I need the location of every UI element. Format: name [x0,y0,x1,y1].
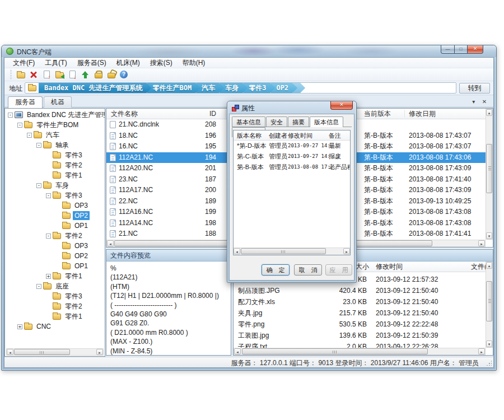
scroll-down-icon[interactable]: ▾ [486,340,492,347]
column-header-name[interactable]: 文件名称 [111,109,138,119]
tree-expander-icon[interactable]: - [36,284,41,289]
tree-expander-icon[interactable]: - [27,133,32,138]
dialog-close-button[interactable]: ✕ [330,101,353,110]
attachment-row[interactable]: 配刀文件.xls23.0 KB2013-09-12 21:50:40 [234,296,486,307]
tree-item-1[interactable]: -零件生产BOM [5,120,105,130]
tree-expander-icon[interactable]: + [17,324,22,329]
tab-machine[interactable]: 机器 [44,96,72,108]
file-list-v-scrollbar[interactable]: ▴▾ [486,109,493,240]
dialog-tab[interactable]: 版本信息 [310,116,343,127]
tab-server[interactable]: 服务器 [8,96,43,108]
lock-button[interactable] [92,69,104,80]
scroll-right-icon[interactable]: ▸ [343,248,350,254]
menu-item[interactable]: 机床(M) [111,58,145,68]
scroll-up-icon[interactable]: ▴ [486,109,492,116]
tree-item-6[interactable]: 零件1 [5,170,105,180]
column-header-file[interactable]: 文件(&F) [471,262,486,272]
tree-item-0[interactable]: -Bandex DNC 先进生产管理系统 [5,110,105,120]
scroll-thumb[interactable] [486,281,492,321]
tree-item-12[interactable]: -零件2 [5,231,105,241]
tree-expander-icon[interactable]: + [46,274,51,279]
column-header-remark[interactable]: 备注 [329,130,341,141]
scroll-left-icon[interactable]: ◂ [7,349,13,355]
scroll-left-icon[interactable]: ◂ [234,248,240,254]
panel-close-icon[interactable]: ✕ [480,99,489,105]
tree-item-18[interactable]: 零件3 [5,291,105,301]
attachments-v-scrollbar[interactable]: ▴▾ [486,262,493,348]
unlock-button[interactable] [105,69,117,80]
tree-item-21[interactable]: +CNC [5,321,105,332]
menu-item[interactable]: 搜索(S) [145,58,178,68]
send-folder-button[interactable] [53,69,66,80]
version-row[interactable]: 第-C-版本管理员2013-09-27 14:...报废 [234,151,350,162]
attachment-row[interactable]: 零件.png530.5 KB2013-09-12 22:22:48 [234,319,486,330]
new-folder-button[interactable] [15,69,27,80]
attachment-row[interactable]: 夹具.jpg215.7 KB2013-09-12 21:50:40 [234,307,486,319]
help-button[interactable]: ? [118,69,130,80]
column-header-modified[interactable]: 修改时间 [288,130,312,141]
scroll-right-icon[interactable]: ▸ [478,240,485,246]
tree-item-5[interactable]: 零件2 [5,160,105,170]
tree-item-15[interactable]: OP1 [5,261,105,271]
tree-expander-icon[interactable]: - [46,234,51,239]
attachment-row[interactable]: 制品顶图.JPG420.4 KB2013-09-12 21:50:40 [234,285,486,296]
tree-h-scrollbar[interactable]: ◂▸ [6,348,104,356]
attachments-h-scrollbar[interactable]: ◂▸ [234,348,486,355]
scroll-left-icon[interactable]: ◂ [234,348,241,354]
menu-item[interactable]: 服务器(S) [72,58,111,68]
tree-expander-icon[interactable]: - [17,123,22,128]
scroll-thumb[interactable] [241,248,326,254]
column-header-size[interactable]: 大小 [356,262,369,272]
resize-grip[interactable] [486,360,492,366]
column-header-id[interactable]: ID [190,109,216,119]
breadcrumb-segment[interactable]: Bandex DNC 先进生产管理系统 [39,83,151,93]
version-row[interactable]: 第-B-版本管理员2013-08-08 17:...老产品程序 [234,162,350,172]
column-header-time[interactable]: 修改时间 [376,262,403,272]
go-button[interactable]: 转到 [459,83,490,94]
title-bar[interactable] [2,45,496,57]
tree-item-14[interactable]: OP2 [5,251,105,261]
panel-dropdown-icon[interactable]: ▾ [469,99,478,105]
upload-button[interactable] [79,69,91,80]
tree-expander-icon[interactable]: - [36,143,41,148]
scroll-left-icon[interactable]: ◂ [107,240,114,246]
ok-button[interactable]: 确 定 [262,264,290,276]
delete-button[interactable] [27,69,40,80]
tree-item-4[interactable]: 零件3 [5,150,105,160]
tree-item-19[interactable]: 零件2 [5,301,105,311]
checkin-file-button[interactable] [40,69,53,80]
tree-item-11[interactable]: OP1 [5,221,105,231]
breadcrumb-segment[interactable]: 零件3 [243,83,275,93]
tree-item-9[interactable]: OP3 [5,200,105,211]
attachment-row[interactable]: 子程序.txt2.0 KB2013-09-12 22:26:28 [234,341,486,348]
scroll-thumb[interactable] [242,348,428,354]
tree-item-8[interactable]: -零件3 [5,190,105,200]
minimize-button[interactable]: — [441,45,455,54]
tree-item-2[interactable]: -汽车 [5,130,105,140]
close-button[interactable]: ✕ [468,45,483,54]
column-header-creator[interactable]: 创建者 [269,130,287,141]
menu-item[interactable]: 帮助(H) [178,58,211,68]
column-header-version-name[interactable]: 版本名称 [237,130,262,141]
attachment-row[interactable]: 工装图.jpg139.6 KB2013-09-12 21:50:39 [234,330,486,341]
tree-item-20[interactable]: 零件1 [5,311,105,321]
tree-expander-icon[interactable]: - [8,113,13,118]
tree-item-10[interactable]: OP2 [5,211,105,221]
scroll-down-icon[interactable]: ▾ [486,232,492,239]
column-header-date[interactable]: 修改日期 [409,109,436,119]
menu-item[interactable]: 文件(F) [8,58,40,68]
tree-item-7[interactable]: -车身 [5,180,105,190]
dialog-tab[interactable]: 摘要 [288,116,309,127]
scroll-thumb[interactable] [486,144,492,193]
apply-button[interactable]: 应 用 [325,264,352,276]
scroll-up-icon[interactable]: ▴ [486,262,492,269]
tree-item-16[interactable]: +零件1 [5,271,105,281]
scroll-right-icon[interactable]: ▸ [96,349,103,355]
tree-item-13[interactable]: OP3 [5,241,105,251]
tree-expander-icon[interactable]: - [36,183,41,188]
tree-expander-icon[interactable]: - [46,193,51,198]
column-header-version[interactable]: 当前版本 [364,109,391,119]
scroll-right-icon[interactable]: ▸ [478,348,485,354]
address-field[interactable]: Bandex DNC 先进生产管理系统零件生产BOM汽车车身零件3OP2 [25,82,456,94]
maximize-button[interactable]: □ [455,45,468,54]
